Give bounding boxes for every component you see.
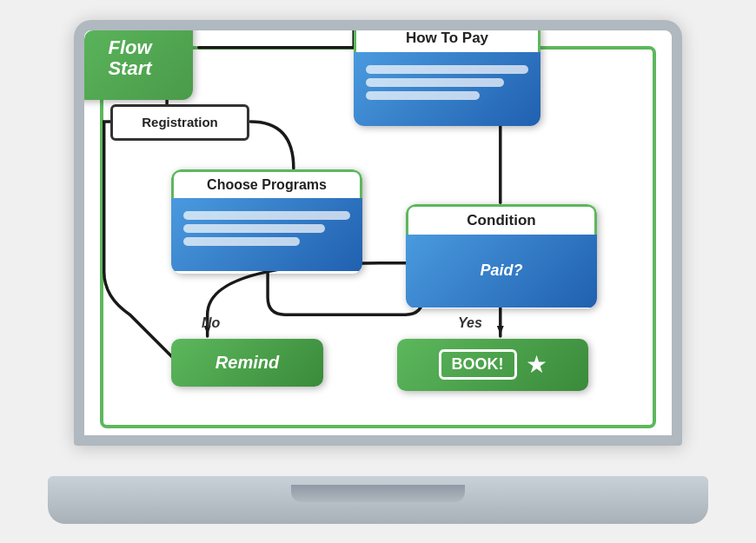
book-label: BOOK! bbox=[452, 355, 504, 373]
block-book: BOOK! ★ bbox=[397, 339, 588, 391]
choose-programs-header: Choose Programs bbox=[171, 169, 362, 198]
laptop-screen: Flow Start Registration How To Pay bbox=[74, 20, 682, 446]
block-flow-start: Flow Start bbox=[84, 30, 193, 100]
line-1 bbox=[366, 65, 528, 74]
line-2 bbox=[366, 78, 504, 87]
condition-body: Paid? bbox=[406, 235, 597, 308]
label-no: No bbox=[202, 315, 220, 331]
book-inner: BOOK! bbox=[439, 349, 517, 380]
how-to-pay-inner: How To Pay bbox=[354, 30, 540, 126]
cp-line-2 bbox=[183, 224, 325, 233]
registration-label: Registration bbox=[142, 115, 218, 129]
block-how-to-pay: How To Pay bbox=[354, 30, 540, 126]
line-3 bbox=[366, 91, 480, 100]
block-condition: Condition Paid? bbox=[406, 204, 597, 308]
block-registration: Registration bbox=[110, 104, 249, 141]
flow-container: Flow Start Registration How To Pay bbox=[84, 30, 672, 435]
cp-line-1 bbox=[183, 211, 350, 220]
svg-marker-1 bbox=[497, 326, 504, 334]
screen-inner: Flow Start Registration How To Pay bbox=[84, 30, 672, 435]
laptop-notch bbox=[291, 485, 465, 502]
cp-line-3 bbox=[183, 237, 300, 246]
laptop-base bbox=[48, 476, 708, 524]
book-star: ★ bbox=[526, 350, 547, 379]
block-choose-programs: Choose Programs bbox=[171, 169, 362, 274]
how-to-pay-body bbox=[354, 52, 540, 126]
remind-label: Remind bbox=[216, 353, 279, 373]
condition-header: Condition bbox=[406, 204, 597, 235]
flow-start-text: Flow Start bbox=[108, 37, 151, 79]
block-remind: Remind bbox=[171, 339, 323, 387]
how-to-pay-header: How To Pay bbox=[354, 30, 540, 52]
condition-body-text: Paid? bbox=[480, 262, 522, 280]
laptop-wrapper: Flow Start Registration How To Pay bbox=[48, 20, 708, 524]
label-yes: Yes bbox=[458, 315, 482, 331]
choose-programs-body bbox=[171, 198, 362, 271]
